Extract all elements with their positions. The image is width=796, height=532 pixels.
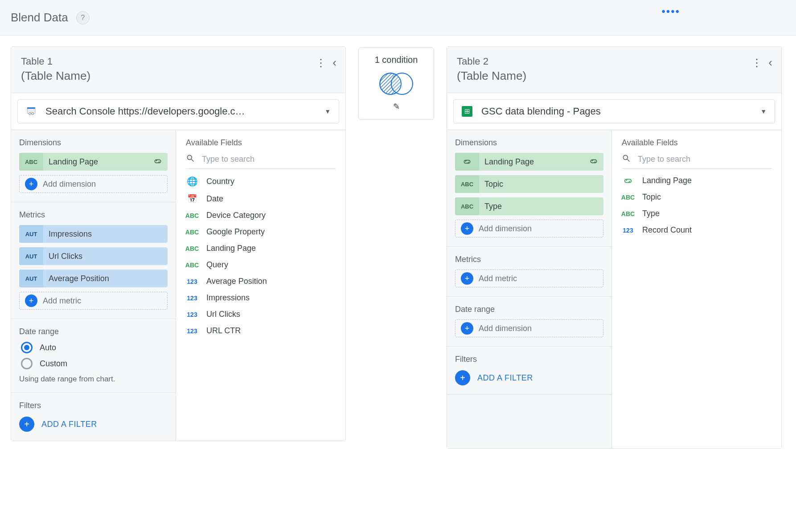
number-icon: 123	[186, 327, 198, 335]
field-item[interactable]: 123Average Position	[186, 277, 336, 286]
field-item[interactable]: 123URL CTR	[186, 326, 336, 336]
add-date-dimension-button[interactable]: + Add dimension	[455, 319, 603, 337]
search-input[interactable]	[202, 155, 336, 164]
caret-down-icon: ▼	[324, 108, 331, 115]
page-title: Blend Data	[11, 11, 68, 25]
table2-label: Table 2	[457, 56, 751, 67]
table2-datasource-label: GSC data blending - Pages	[481, 106, 751, 117]
field-item[interactable]: 123Record Count	[622, 225, 771, 235]
table1-more-icon[interactable]: ⋮	[316, 57, 326, 69]
caret-down-icon: ▼	[760, 108, 767, 115]
field-item[interactable]: 123Url Clicks	[186, 310, 336, 319]
globe-icon: 🌐	[186, 176, 198, 187]
date-auto-radio[interactable]: Auto	[21, 342, 166, 353]
number-icon: 123	[186, 278, 198, 285]
search-icon	[186, 154, 195, 165]
search-input[interactable]	[638, 155, 771, 164]
date-range-hint: Using date range from chart.	[19, 375, 168, 384]
field-item[interactable]: ABCType	[622, 209, 771, 218]
field-item[interactable]: 🌐Country	[186, 176, 336, 187]
abc-icon: ABC	[186, 212, 198, 219]
search-icon	[622, 154, 631, 165]
dimension-chip[interactable]: ABCType	[455, 197, 603, 215]
table1-available-fields: 🌐Country 📅Date ABCDevice Category ABCGoo…	[186, 176, 336, 336]
venn-icon	[376, 71, 417, 96]
svg-rect-0	[27, 108, 35, 114]
field-item[interactable]: ABCQuery	[186, 260, 336, 270]
field-item[interactable]: ABCGoogle Property	[186, 227, 336, 237]
add-filter-button[interactable]: + ADD A FILTER	[19, 417, 168, 432]
dimensions-heading: Dimensions	[455, 138, 603, 147]
field-item[interactable]: ABCTopic	[622, 192, 771, 202]
available-fields-heading: Available Fields	[622, 138, 771, 147]
dimension-chip[interactable]: ABCTopic	[455, 175, 603, 193]
filters-heading: Filters	[19, 401, 168, 410]
svg-line-5	[192, 160, 194, 162]
svg-point-15	[623, 155, 628, 160]
plus-icon: +	[25, 295, 37, 307]
field-item[interactable]: ABCDevice Category	[186, 211, 336, 220]
table1-collapse-icon[interactable]: ‹	[332, 56, 336, 70]
field-item[interactable]: Landing Page	[622, 176, 771, 185]
calendar-icon: 📅	[186, 194, 198, 204]
date-range-heading: Date range	[19, 327, 168, 336]
abc-icon: ABC	[186, 229, 198, 236]
date-custom-radio[interactable]: Custom	[21, 358, 166, 369]
add-metric-button[interactable]: + Add metric	[19, 292, 168, 310]
help-icon[interactable]: ?	[76, 11, 90, 25]
abc-icon: ABC	[622, 210, 634, 217]
join-config-button[interactable]: 1 condition ✎	[358, 47, 434, 120]
filters-heading: Filters	[455, 355, 603, 364]
table1-name[interactable]: (Table Name)	[21, 69, 316, 83]
metric-chip[interactable]: AUTAverage Position	[19, 270, 168, 287]
table2-collapse-icon[interactable]: ‹	[768, 56, 772, 70]
svg-point-2	[29, 113, 31, 115]
available-fields-heading: Available Fields	[186, 138, 336, 147]
table2-datasource-select[interactable]: GSC data blending - Pages ▼	[453, 99, 775, 123]
svg-line-16	[628, 160, 630, 162]
svg-point-3	[32, 113, 34, 115]
svg-point-10	[380, 73, 401, 94]
add-dimension-button[interactable]: + Add dimension	[19, 175, 168, 193]
add-dimension-button[interactable]: + Add dimension	[455, 220, 603, 237]
dimension-chip[interactable]: Landing Page	[455, 153, 603, 171]
sheets-icon	[462, 106, 472, 117]
table2-name[interactable]: (Table Name)	[457, 69, 751, 83]
radio-selected-icon	[21, 342, 33, 353]
table1-datasource-select[interactable]: Search Console https://developers.google…	[17, 99, 339, 123]
field-item[interactable]: 📅Date	[186, 194, 336, 204]
link-icon	[148, 157, 168, 167]
pencil-icon: ✎	[393, 102, 400, 111]
link-icon	[455, 153, 479, 171]
plus-icon: +	[461, 272, 473, 285]
overflow-dots-icon[interactable]: ••••	[661, 5, 680, 18]
svg-rect-1	[27, 107, 35, 109]
number-icon: 123	[186, 295, 198, 302]
plus-icon: +	[455, 370, 470, 385]
dimensions-heading: Dimensions	[19, 138, 168, 147]
link-icon	[584, 157, 603, 167]
metrics-heading: Metrics	[455, 255, 603, 264]
metric-chip[interactable]: AUTUrl Clicks	[19, 247, 168, 265]
page-header: Blend Data ? ••••	[0, 0, 796, 36]
field-item[interactable]: 123Impressions	[186, 293, 336, 303]
join-title: 1 condition	[375, 55, 418, 65]
metrics-heading: Metrics	[19, 210, 168, 220]
add-metric-button[interactable]: + Add metric	[455, 270, 603, 287]
plus-icon: +	[19, 417, 34, 432]
date-range-heading: Date range	[455, 305, 603, 314]
table2-available-fields: Landing Page ABCTopic ABCType 123Record …	[622, 176, 771, 235]
add-filter-button[interactable]: + ADD A FILTER	[455, 370, 603, 385]
table1-datasource-label: Search Console https://developers.google…	[45, 106, 316, 117]
plus-icon: +	[461, 222, 473, 235]
abc-icon: ABC	[622, 194, 634, 201]
table2-panel: Table 2 (Table Name) ⋮ ‹ GSC data blendi…	[447, 46, 782, 449]
dimension-chip[interactable]: ABC Landing Page	[19, 153, 168, 171]
radio-icon	[21, 358, 33, 369]
table1-panel: Table 1 (Table Name) ⋮ ‹ Search Console …	[11, 46, 346, 441]
table2-more-icon[interactable]: ⋮	[751, 57, 762, 69]
table1-label: Table 1	[21, 56, 316, 67]
link-icon	[622, 178, 634, 184]
field-item[interactable]: ABCLanding Page	[186, 244, 336, 253]
metric-chip[interactable]: AUTImpressions	[19, 225, 168, 243]
